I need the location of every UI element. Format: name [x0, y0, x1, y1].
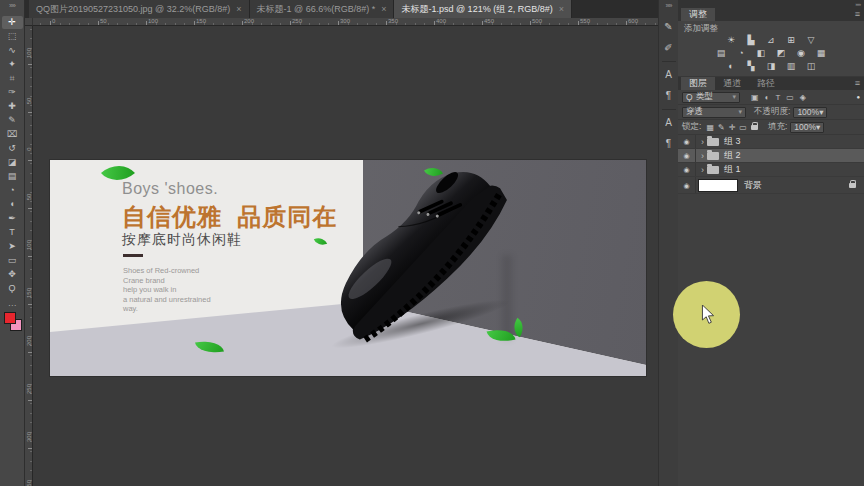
dock-collapse-icon[interactable]: »»: [855, 1, 860, 7]
strip-collapse-icon[interactable]: »»: [659, 0, 678, 14]
gradient-tool[interactable]: ▤: [2, 170, 23, 183]
tab-close-icon[interactable]: ×: [381, 4, 386, 14]
move-tool[interactable]: ✛: [2, 16, 23, 29]
layer-row[interactable]: ◉背景: [678, 177, 864, 194]
visibility-eye-icon[interactable]: ◉: [678, 149, 696, 162]
hue-saturation-icon[interactable]: ▤: [713, 47, 729, 60]
visibility-eye-icon[interactable]: ◉: [678, 135, 696, 148]
threshold-icon[interactable]: ◨: [763, 60, 779, 73]
filter-smart-objects-icon[interactable]: ◈: [800, 93, 806, 102]
tab-channels[interactable]: 通道: [715, 77, 749, 90]
vibrance-icon[interactable]: ▽: [803, 34, 819, 47]
lock-all-icon[interactable]: [751, 125, 758, 130]
tab-adjustments[interactable]: 调整: [681, 8, 715, 21]
toolbar-collapse-icon[interactable]: »»: [0, 0, 24, 16]
tab-close-icon[interactable]: ×: [559, 4, 564, 14]
hand-tool[interactable]: ✥: [2, 268, 23, 281]
posterize-icon[interactable]: ▚: [743, 60, 759, 73]
exposure-icon[interactable]: ⊞: [783, 34, 799, 47]
character-panel-icon[interactable]: A: [661, 67, 677, 83]
brush-presets-panel-icon[interactable]: ✐: [661, 40, 677, 56]
ruler-label: 50: [100, 18, 107, 24]
ruler-tick: [30, 269, 32, 270]
curves-icon[interactable]: ⊿: [763, 34, 779, 47]
clone-stamp-tool[interactable]: ⌧: [2, 128, 23, 141]
adjustments-menu-icon[interactable]: ≡: [855, 8, 860, 21]
ruler-corner: [25, 18, 33, 26]
invert-icon[interactable]: ◐: [723, 60, 739, 73]
ruler-tick: [50, 21, 51, 25]
lock-pixels-icon[interactable]: ✎: [718, 123, 725, 132]
ruler-tick: [69, 23, 70, 25]
paragraph-styles-panel-icon[interactable]: ¶: [661, 136, 677, 152]
layers-tab-row: 图层 通道 路径 ≡: [678, 77, 864, 90]
group-expander-icon[interactable]: ›: [701, 137, 704, 147]
lock-transparency-icon[interactable]: ▦: [706, 123, 714, 132]
layer-filter-kind-select[interactable]: Ϙ 类型 ▾: [682, 92, 740, 103]
blur-tool[interactable]: ◔: [2, 184, 23, 197]
gradient-map-icon[interactable]: ▥: [783, 60, 799, 73]
color-balance-icon[interactable]: ◔: [733, 47, 749, 60]
channel-mixer-icon[interactable]: ◉: [793, 47, 809, 60]
pen-tool[interactable]: ✒: [2, 212, 23, 225]
path-selection-tool[interactable]: ➤: [2, 240, 23, 253]
shape-tool[interactable]: ▭: [2, 254, 23, 267]
healing-brush-tool[interactable]: ✚: [2, 100, 23, 113]
type-tool[interactable]: T: [2, 226, 23, 239]
brightness-contrast-icon[interactable]: ☀: [723, 34, 739, 47]
photo-filter-icon[interactable]: ◩: [773, 47, 789, 60]
brush-panel-icon[interactable]: ✎: [661, 19, 677, 35]
tab-label: QQ图片20190527231050.jpg @ 32.2%(RGB/8#): [36, 3, 230, 16]
visibility-eye-icon[interactable]: ◉: [678, 163, 696, 176]
layer-name: 组 1: [724, 163, 741, 176]
history-brush-tool[interactable]: ↺: [2, 142, 23, 155]
filter-adjustment-layers-icon[interactable]: ◐: [765, 93, 770, 102]
dodge-tool[interactable]: ◖: [2, 198, 23, 211]
foreground-color-swatch[interactable]: [4, 312, 16, 324]
lock-position-icon[interactable]: ✛: [729, 123, 736, 132]
layer-row[interactable]: ◉›组 3: [678, 135, 864, 149]
selective-color-icon[interactable]: ◫: [803, 60, 819, 73]
ruler-tick: [357, 23, 358, 25]
magic-wand-tool[interactable]: ✦: [2, 58, 23, 71]
lock-artboard-icon[interactable]: ▭: [739, 123, 747, 132]
visibility-eye-icon[interactable]: ◉: [678, 177, 696, 193]
group-expander-icon[interactable]: ›: [701, 165, 704, 175]
filter-pin-icon[interactable]: ●: [856, 94, 860, 100]
edit-toolbar-icon[interactable]: ⋯: [0, 301, 24, 310]
document-tab[interactable]: 未标题-1 @ 66.6%(RGB/8#) *×: [250, 0, 395, 18]
search-icon: Ϙ: [686, 92, 693, 102]
ruler-label: 350: [26, 479, 32, 486]
document-tab[interactable]: QQ图片20190527231050.jpg @ 32.2%(RGB/8#)×: [29, 0, 250, 18]
layers-menu-icon[interactable]: ≡: [855, 77, 860, 90]
filter-shape-layers-icon[interactable]: ▭: [786, 93, 794, 102]
fill-value-box[interactable]: 100% ▾: [790, 122, 824, 133]
filter-pixel-layers-icon[interactable]: ▣: [751, 93, 759, 102]
filter-type-layers-icon[interactable]: T: [775, 93, 780, 102]
document-canvas[interactable]: Boys 'shoes. 自信优雅 品质同在 按摩底时尚休闲鞋 Shoes of…: [50, 160, 646, 376]
eyedropper-tool[interactable]: ✑: [2, 86, 23, 99]
lasso-tool[interactable]: ∿: [2, 44, 23, 57]
zoom-tool[interactable]: Ϙ: [2, 282, 23, 295]
opacity-value-box[interactable]: 100% ▾: [793, 107, 827, 118]
group-expander-icon[interactable]: ›: [701, 151, 704, 161]
canvas-pasteboard[interactable]: Boys 'shoes. 自信优雅 品质同在 按摩底时尚休闲鞋 Shoes of…: [25, 26, 658, 486]
black-white-icon[interactable]: ◧: [753, 47, 769, 60]
brush-tool[interactable]: ✎: [2, 114, 23, 127]
layer-row[interactable]: ◉›组 1: [678, 163, 864, 177]
tab-bar: QQ图片20190527231050.jpg @ 32.2%(RGB/8#)×未…: [25, 0, 658, 18]
layer-thumbnail[interactable]: [698, 179, 738, 192]
paragraph-panel-icon[interactable]: ¶: [661, 88, 677, 104]
color-lookup-icon[interactable]: ▦: [813, 47, 829, 60]
tab-layers[interactable]: 图层: [681, 77, 715, 90]
crop-tool[interactable]: ⌗: [2, 72, 23, 85]
character-styles-panel-icon[interactable]: A: [661, 115, 677, 131]
document-tab[interactable]: 未标题-1.psd @ 121% (组 2, RGB/8#)×: [394, 0, 571, 18]
tab-close-icon[interactable]: ×: [236, 4, 241, 14]
levels-icon[interactable]: ▙: [743, 34, 759, 47]
marquee-tool[interactable]: ⬚: [2, 30, 23, 43]
blend-mode-select[interactable]: 穿透 ▾: [682, 107, 746, 118]
tab-paths[interactable]: 路径: [749, 77, 783, 90]
layer-row[interactable]: ◉›组 2: [678, 149, 864, 163]
eraser-tool[interactable]: ◪: [2, 156, 23, 169]
